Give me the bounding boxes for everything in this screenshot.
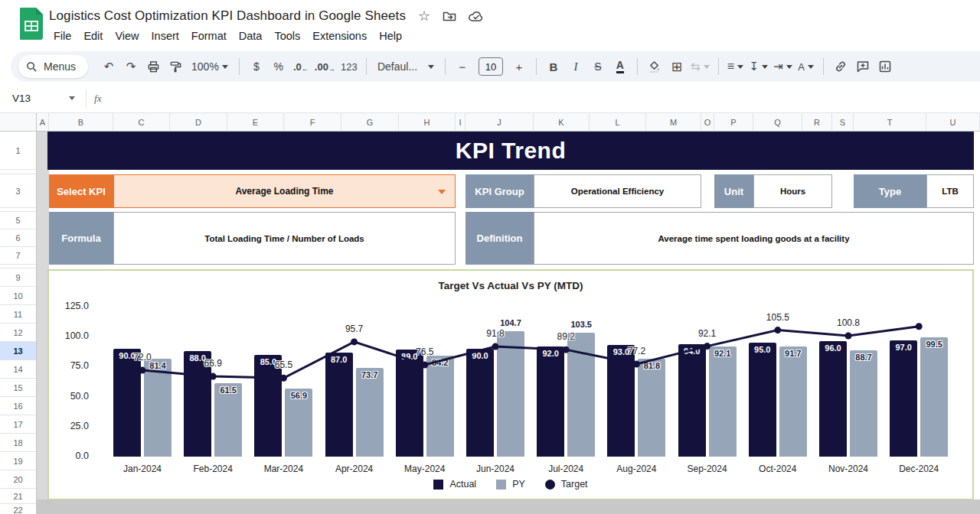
col-header-S[interactable]: S [832,113,854,131]
col-header-F[interactable]: F [284,113,341,131]
borders-button[interactable]: ⊞ [666,56,688,77]
row-header-3[interactable]: 3 [0,174,36,208]
zoom-control[interactable]: 100% [187,56,233,77]
fill-color-button[interactable] [644,56,665,77]
row-header-5[interactable]: 5 [0,212,36,229]
number-format-button[interactable]: 123 [338,56,360,77]
x-label-Oct-2024: Oct-2024 [743,464,812,474]
cloud-saved-icon[interactable] [469,11,484,22]
menu-file[interactable]: File [47,28,77,44]
col-header-J[interactable]: J [466,113,534,131]
redo-button[interactable]: ↷ [120,56,142,77]
col-header-E[interactable]: E [227,113,284,131]
row-header-16[interactable]: 16 [0,397,36,415]
row-header-13[interactable]: 13 [0,342,36,360]
menu-insert[interactable]: Insert [145,28,185,44]
col-header-G[interactable]: G [341,113,399,131]
type-label: Type [854,174,926,208]
merge-cells-button[interactable]: ⇆ [688,56,712,77]
row-header-1[interactable]: 1 [0,132,36,170]
row-header-21[interactable]: 21 [0,489,36,504]
menus-search-button[interactable]: Menus [18,55,88,78]
col-header-B[interactable]: B [49,113,113,131]
below-dashboard-strip[interactable] [37,499,980,514]
menu-view[interactable]: View [109,28,145,44]
formula-value[interactable]: Total Loading Time / Number of Loads [113,212,456,265]
row-header-6[interactable]: 6 [0,229,36,247]
kpi-group-value[interactable]: Operational Efficiency [534,174,701,208]
kpi-trend-chart[interactable]: Target Vs Actual Vs PY (MTD) 0.025.050.0… [47,269,974,500]
row-header-14[interactable]: 14 [0,360,36,379]
vertical-align-button[interactable]: ↧ [747,56,771,77]
y-tick-125.0: 125.0 [55,301,89,311]
col-header-M[interactable]: M [646,113,701,131]
google-sheets-logo-icon[interactable] [20,8,43,40]
row-header-19[interactable]: 19 [0,452,36,470]
text-wrap-button[interactable]: ⇥ [771,56,795,77]
col-header-L[interactable]: L [590,113,646,131]
insert-link-button[interactable] [830,56,851,77]
select-all-corner[interactable] [0,113,37,131]
type-value[interactable]: LTB [926,174,974,208]
col-header-A[interactable]: A [37,113,49,131]
dashboard-banner[interactable]: KPI Trend [47,132,974,170]
font-size-input[interactable]: 10 [479,57,503,76]
col-header-H[interactable]: H [399,113,456,131]
row-header-10[interactable]: 10 [0,287,36,305]
document-title[interactable]: Logistics Cost Optimization KPI Dashboar… [49,8,406,24]
x-label-May-2024: May-2024 [390,464,459,474]
col-header-R[interactable]: R [802,113,832,131]
col-header-I[interactable]: I [456,113,466,131]
increase-font-size-button[interactable]: + [508,56,530,77]
decrease-decimal-button[interactable]: .0← [290,56,312,77]
select-kpi-dropdown[interactable]: Average Loading Time [113,174,456,208]
row-header-17[interactable]: 17 [0,415,36,434]
strikethrough-button[interactable]: S [587,56,609,77]
italic-button[interactable]: I [565,56,586,77]
star-icon[interactable]: ☆ [418,8,430,24]
sheet-canvas[interactable]: KPI Trend Select KPI Average Loading Tim… [37,132,980,514]
text-color-button[interactable]: A [609,56,631,77]
row-header-15[interactable]: 15 [0,379,36,397]
theme-style-select[interactable]: Defaul... [373,56,439,77]
label-py-Apr-2024: 73.7 [356,370,384,379]
menu-tools[interactable]: Tools [268,28,306,44]
format-currency-button[interactable]: $ [246,56,267,77]
col-header-Q[interactable]: Q [753,113,802,131]
horizontal-align-button[interactable]: ≡ [725,56,746,77]
definition-value[interactable]: Average time spent loading goods at a fa… [534,212,974,265]
print-button[interactable] [142,56,164,77]
row-header-22[interactable]: 22 [0,504,36,514]
menu-format[interactable]: Format [185,28,233,44]
col-header-O[interactable]: O [701,113,714,131]
paint-format-button[interactable] [165,56,186,77]
row-header-7[interactable]: 7 [0,247,36,265]
col-header-D[interactable]: D [170,113,227,131]
undo-button[interactable]: ↶ [98,56,119,77]
menu-extensions[interactable]: Extensions [306,28,373,44]
move-to-folder-icon[interactable] [443,10,456,22]
text-rotation-button[interactable]: A [795,56,817,77]
col-header-U[interactable]: U [926,113,980,131]
name-box[interactable]: V13 [0,93,75,104]
increase-decimal-button[interactable]: .00→ [312,56,338,77]
menu-edit[interactable]: Edit [77,28,109,44]
row-header-12[interactable]: 12 [0,324,36,342]
unit-value[interactable]: Hours [753,174,832,208]
bold-button[interactable]: B [543,56,564,77]
insert-chart-button[interactable] [874,56,896,77]
menu-data[interactable]: Data [233,28,269,44]
col-header-C[interactable]: C [113,113,170,131]
decrease-font-size-button[interactable]: − [452,56,473,77]
row-header-18[interactable]: 18 [0,434,36,452]
row-header-20[interactable]: 20 [0,470,36,489]
legend-label-target: Target [561,479,588,490]
col-header-P[interactable]: P [714,113,753,131]
row-header-9[interactable]: 9 [0,268,36,287]
row-header-11[interactable]: 11 [0,305,36,324]
menu-help[interactable]: Help [373,28,408,44]
format-percent-button[interactable]: % [268,56,289,77]
col-header-K[interactable]: K [534,113,590,131]
col-header-T[interactable]: T [854,113,926,131]
insert-comment-button[interactable] [852,56,874,77]
